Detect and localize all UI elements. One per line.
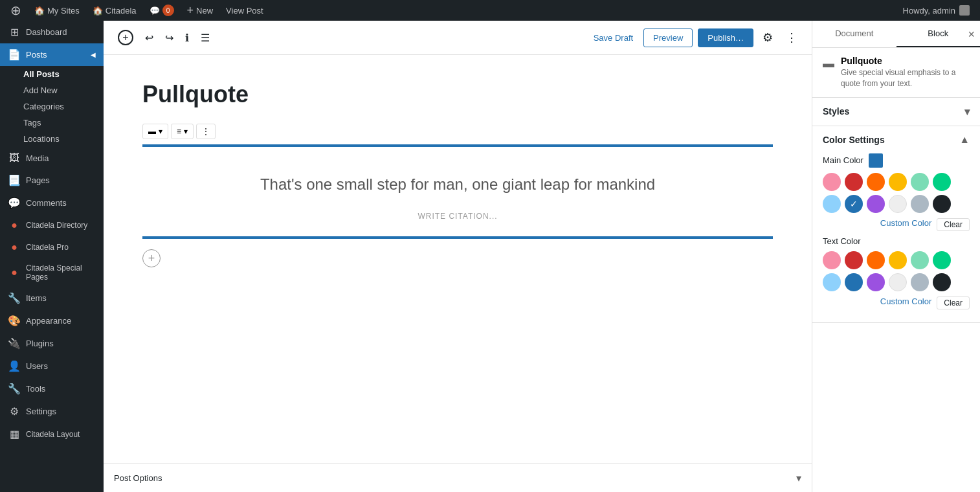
sidebar-item-users[interactable]: 👤 Users: [0, 355, 104, 377]
block-info: ▬ Pullquote Give special visual emphasis…: [812, 48, 980, 98]
sidebar-item-dashboard[interactable]: ⊞ Dashboard: [0, 21, 104, 43]
sidebar-item-plugins[interactable]: 🔌 Plugins: [0, 332, 104, 355]
swatch-light-blue[interactable]: [823, 195, 841, 213]
new-content-button[interactable]: + New: [182, 0, 219, 21]
publish-button[interactable]: Publish…: [698, 28, 753, 47]
wp-logo-icon: ⊕: [10, 3, 21, 18]
text-swatch-red[interactable]: [845, 251, 863, 269]
dropdown-arrow: ▾: [159, 127, 162, 136]
home-icon: 🏠: [34, 6, 45, 16]
block-type-icon: ▬: [148, 127, 156, 136]
wp-logo-button[interactable]: ⊕: [5, 0, 27, 21]
swatch-purple[interactable]: [867, 195, 885, 213]
clear-main-color-button[interactable]: Clear: [937, 218, 970, 231]
text-swatch-purple[interactable]: [867, 273, 885, 291]
text-color-label: Text Color: [823, 236, 970, 246]
media-icon: 🖼: [8, 152, 21, 164]
plugins-icon: 🔌: [8, 337, 21, 350]
page-title[interactable]: Pullquote: [142, 81, 773, 108]
add-block-below-button[interactable]: +: [142, 249, 161, 267]
sidebar-item-citadela-special[interactable]: ● Citadela Special Pages: [0, 258, 104, 287]
sidebar-item-comments[interactable]: 💬 Comments: [0, 192, 104, 214]
citadela-directory-icon: ●: [8, 219, 21, 231]
sidebar-item-citadela-layout[interactable]: ▦ Citadela Layout: [0, 423, 104, 445]
post-options-bar[interactable]: Post Options ▾: [104, 464, 812, 492]
close-sidebar-button[interactable]: ×: [968, 27, 975, 41]
text-swatch-green[interactable]: [933, 251, 951, 269]
submenu-all-posts[interactable]: All Posts: [23, 66, 104, 82]
swatch-yellow[interactable]: [889, 173, 907, 191]
sidebar-item-citadela-pro[interactable]: ● Citadela Pro: [0, 236, 104, 258]
toolbar-right: Save Draft Preview Publish… ⚙ ⋮: [588, 27, 801, 49]
sidebar-item-posts[interactable]: 📄 Posts ◀: [0, 43, 104, 66]
redo-button[interactable]: ↪: [161, 28, 177, 48]
submenu-categories[interactable]: Categories: [23, 98, 104, 115]
save-draft-button[interactable]: Save Draft: [588, 29, 638, 47]
swatch-black[interactable]: [933, 195, 951, 213]
swatch-pink[interactable]: [823, 173, 841, 191]
add-block-button[interactable]: +: [114, 26, 137, 49]
settings-panel-button[interactable]: ⚙: [759, 27, 777, 49]
swatch-medium-gray[interactable]: [911, 195, 929, 213]
text-swatch-blue[interactable]: [845, 273, 863, 291]
swatch-orange[interactable]: [867, 173, 885, 191]
sidebar-item-settings[interactable]: ⚙ Settings: [0, 400, 104, 423]
text-custom-color-link[interactable]: Custom Color: [880, 296, 931, 309]
undo-icon: ↩: [145, 32, 153, 44]
citadela-special-icon: ●: [8, 267, 21, 278]
text-swatch-light-gray[interactable]: [889, 273, 907, 291]
text-swatch-yellow[interactable]: [889, 251, 907, 269]
submenu-tags[interactable]: Tags: [23, 115, 104, 131]
text-swatch-mint[interactable]: [911, 251, 929, 269]
tab-document[interactable]: Document: [812, 21, 896, 47]
view-post-button[interactable]: View Post: [221, 0, 269, 21]
editor-area: + ↩ ↪ ℹ ☰ Save Draft Preview Publish…: [104, 21, 812, 492]
clear-text-color-button[interactable]: Clear: [937, 296, 970, 309]
text-swatch-light-blue[interactable]: [823, 273, 841, 291]
sidebar-item-appearance[interactable]: 🎨 Appearance: [0, 309, 104, 332]
check-icon: ✓: [850, 199, 858, 209]
align-button[interactable]: ≡ ▾: [171, 124, 194, 139]
swatch-blue[interactable]: ✓: [845, 195, 863, 213]
pullquote-text[interactable]: That's one small step for man, one giant…: [153, 162, 763, 207]
swatch-mint[interactable]: [911, 173, 929, 191]
swatch-light-gray[interactable]: [889, 195, 907, 213]
site-name-button[interactable]: 🏠 Citadela: [87, 0, 142, 21]
block-type-button[interactable]: ▬ ▾: [142, 124, 168, 139]
chevron-up-color-icon: ▲: [959, 134, 970, 146]
swatch-red[interactable]: [845, 173, 863, 191]
submenu-add-new[interactable]: Add New: [23, 82, 104, 98]
plus-icon-below: +: [148, 252, 155, 265]
custom-color-link[interactable]: Custom Color: [880, 218, 931, 231]
pullquote-block[interactable]: That's one small step for man, one giant…: [142, 144, 773, 239]
text-swatch-black[interactable]: [933, 273, 951, 291]
plus-icon: +: [187, 4, 194, 17]
preview-button[interactable]: Preview: [643, 28, 693, 47]
info-icon: ℹ: [185, 32, 189, 44]
block-info-text: Pullquote Give special visual emphasis t…: [841, 56, 970, 89]
sidebar-item-items[interactable]: 🔧 Items: [0, 287, 104, 309]
users-icon: 👤: [8, 360, 21, 372]
sidebar-item-tools[interactable]: 🔧 Tools: [0, 377, 104, 400]
comments-button[interactable]: 💬 0: [144, 0, 179, 21]
list-view-button[interactable]: ☰: [197, 28, 214, 48]
text-swatch-pink[interactable]: [823, 251, 841, 269]
submenu-locations[interactable]: Locations: [23, 131, 104, 147]
sidebar-item-citadela-directory[interactable]: ● Citadela Directory: [0, 214, 104, 236]
pullquote-citation[interactable]: WRITE CITATION...: [153, 207, 763, 226]
color-settings-header[interactable]: Color Settings ▲: [823, 134, 970, 146]
sidebar-item-pages[interactable]: 📃 Pages: [0, 169, 104, 192]
sidebar-item-media[interactable]: 🖼 Media: [0, 147, 104, 169]
undo-button[interactable]: ↩: [141, 28, 157, 48]
styles-section-header[interactable]: Styles ▾: [823, 106, 970, 118]
text-swatch-orange[interactable]: [867, 251, 885, 269]
howdy-section: Howdy, admin: [898, 5, 975, 16]
info-button[interactable]: ℹ: [181, 28, 193, 48]
pages-icon: 📃: [8, 174, 21, 186]
more-options-button[interactable]: ⋮: [782, 27, 801, 49]
text-swatch-medium-gray[interactable]: [911, 273, 929, 291]
more-block-options-button[interactable]: ⋮: [196, 124, 216, 139]
block-toolbar: ▬ ▾ ≡ ▾ ⋮: [142, 124, 773, 139]
swatch-green[interactable]: [933, 173, 951, 191]
my-sites-button[interactable]: 🏠 My Sites: [29, 0, 85, 21]
